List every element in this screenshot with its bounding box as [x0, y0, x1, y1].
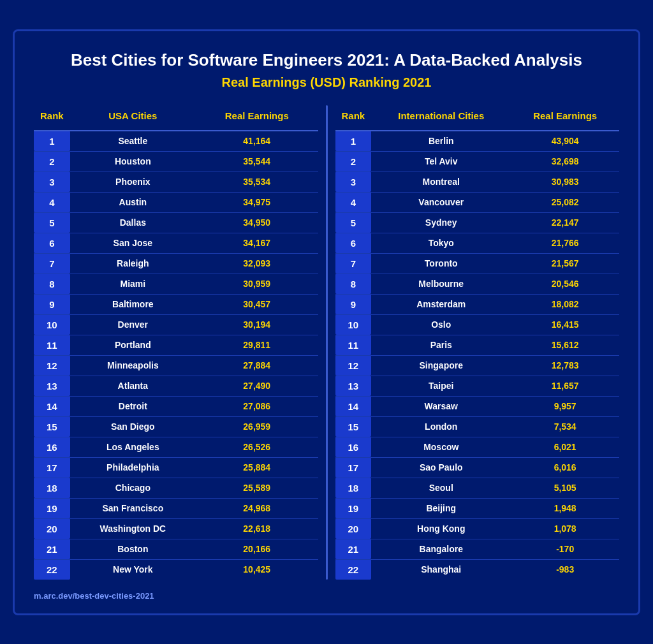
city-cell: Dallas [70, 212, 196, 233]
table-row: 13 Atlanta 27,490 [34, 376, 318, 396]
earnings-cell: 1,948 [511, 498, 619, 518]
earnings-cell: 30,457 [196, 294, 318, 314]
earnings-cell: 27,086 [196, 396, 318, 416]
table-row: 18 Seoul 5,105 [335, 478, 620, 498]
rank-cell: 15 [335, 416, 372, 437]
table-row: 21 Bangalore -170 [335, 539, 620, 559]
rank-cell: 18 [34, 478, 70, 498]
usa-rank-header: Rank [34, 105, 70, 131]
table-row: 19 San Francisco 24,968 [34, 498, 318, 518]
table-row: 1 Berlin 43,904 [335, 131, 620, 152]
rank-cell: 17 [335, 457, 372, 478]
rank-cell: 22 [335, 559, 372, 580]
table-row: 9 Baltimore 30,457 [34, 294, 318, 314]
table-row: 6 San Jose 34,167 [34, 233, 318, 253]
earnings-cell: 24,968 [196, 498, 318, 518]
city-cell: San Francisco [70, 498, 196, 518]
rank-cell: 8 [335, 274, 372, 294]
rank-cell: 20 [335, 518, 372, 539]
usa-table: Rank USA Cities Real Earnings 1 Seattle … [34, 105, 318, 580]
rank-cell: 13 [335, 376, 372, 396]
sub-title: Real Earnings (USD) Ranking 2021 [34, 75, 619, 90]
earnings-cell: 30,983 [511, 172, 619, 192]
intl-earnings-header: Real Earnings [511, 105, 619, 131]
earnings-cell: 29,811 [196, 335, 318, 355]
earnings-cell: 20,546 [511, 274, 619, 294]
table-row: 2 Tel Aviv 32,698 [335, 151, 620, 172]
usa-cities-header: USA Cities [70, 105, 196, 131]
city-cell: Shanghai [371, 559, 511, 580]
table-row: 7 Toronto 21,567 [335, 253, 620, 274]
rank-cell: 22 [34, 559, 70, 580]
earnings-cell: 20,166 [196, 539, 318, 559]
rank-cell: 12 [34, 355, 70, 376]
earnings-cell: 25,082 [511, 192, 619, 212]
table-row: 8 Melbourne 20,546 [335, 274, 620, 294]
city-cell: Hong Kong [371, 518, 511, 539]
earnings-cell: 18,082 [511, 294, 619, 314]
earnings-cell: 27,490 [196, 376, 318, 396]
city-cell: Philadelphia [70, 457, 196, 478]
table-row: 10 Oslo 16,415 [335, 314, 620, 335]
table-row: 16 Moscow 6,021 [335, 437, 620, 457]
earnings-cell: 30,959 [196, 274, 318, 294]
rank-cell: 1 [335, 131, 372, 152]
earnings-cell: 41,164 [196, 131, 318, 152]
rank-cell: 13 [34, 376, 70, 396]
city-cell: Minneapolis [70, 355, 196, 376]
usa-table-section: Rank USA Cities Real Earnings 1 Seattle … [34, 105, 318, 580]
city-cell: Amsterdam [371, 294, 511, 314]
earnings-cell: 35,534 [196, 172, 318, 192]
rank-cell: 19 [34, 498, 70, 518]
earnings-cell: 1,078 [511, 518, 619, 539]
earnings-cell: 21,766 [511, 233, 619, 253]
table-row: 20 Hong Kong 1,078 [335, 518, 620, 539]
city-cell: Tokyo [371, 233, 511, 253]
rank-cell: 5 [335, 212, 372, 233]
rank-cell: 14 [335, 396, 372, 416]
rank-cell: 7 [335, 253, 372, 274]
earnings-cell: 22,147 [511, 212, 619, 233]
city-cell: Miami [70, 274, 196, 294]
rank-cell: 4 [34, 192, 70, 212]
rank-cell: 8 [34, 274, 70, 294]
table-divider [326, 105, 328, 580]
rank-cell: 15 [34, 416, 70, 437]
city-cell: San Diego [70, 416, 196, 437]
city-cell: Portland [70, 335, 196, 355]
table-row: 4 Vancouver 25,082 [335, 192, 620, 212]
earnings-cell: 34,167 [196, 233, 318, 253]
earnings-cell: 27,884 [196, 355, 318, 376]
rank-cell: 9 [335, 294, 372, 314]
city-cell: London [371, 416, 511, 437]
earnings-cell: -983 [511, 559, 619, 580]
city-cell: Phoenix [70, 172, 196, 192]
city-cell: Oslo [371, 314, 511, 335]
table-row: 5 Sydney 22,147 [335, 212, 620, 233]
city-cell: Taipei [371, 376, 511, 396]
city-cell: Chicago [70, 478, 196, 498]
table-row: 12 Singapore 12,783 [335, 355, 620, 376]
earnings-cell: 26,526 [196, 437, 318, 457]
earnings-cell: 6,021 [511, 437, 619, 457]
rank-cell: 17 [34, 457, 70, 478]
table-row: 13 Taipei 11,657 [335, 376, 620, 396]
intl-cities-header: International Cities [371, 105, 511, 131]
table-row: 5 Dallas 34,950 [34, 212, 318, 233]
city-cell: Boston [70, 539, 196, 559]
rank-cell: 21 [34, 539, 70, 559]
table-row: 20 Washington DC 22,618 [34, 518, 318, 539]
earnings-cell: 43,904 [511, 131, 619, 152]
table-row: 21 Boston 20,166 [34, 539, 318, 559]
earnings-cell: 22,618 [196, 518, 318, 539]
earnings-cell: 34,950 [196, 212, 318, 233]
table-row: 4 Austin 34,975 [34, 192, 318, 212]
rank-cell: 3 [34, 172, 70, 192]
intl-rank-header: Rank [335, 105, 372, 131]
city-cell: Houston [70, 151, 196, 172]
table-row: 16 Los Angeles 26,526 [34, 437, 318, 457]
city-cell: Tel Aviv [371, 151, 511, 172]
city-cell: Seattle [70, 131, 196, 152]
table-row: 1 Seattle 41,164 [34, 131, 318, 152]
rank-cell: 18 [335, 478, 372, 498]
